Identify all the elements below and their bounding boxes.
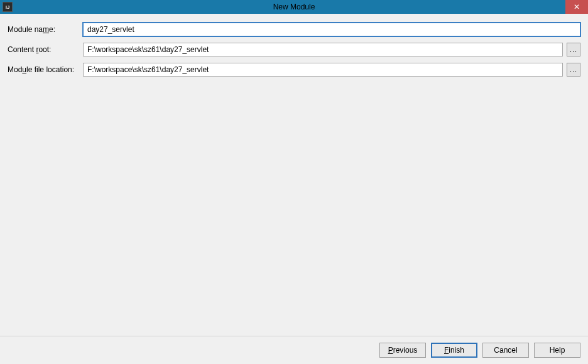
previous-button[interactable]: Previous [379,343,426,358]
content-root-row: Content root: ... [8,43,580,56]
module-name-input[interactable] [83,23,580,36]
content-root-label: Content root: [8,45,83,54]
titlebar: IJ New Module ✕ [0,0,588,14]
module-file-location-input[interactable] [83,63,563,77]
content-root-browse-button[interactable]: ... [567,43,580,56]
footer: Previous Finish Cancel Help [0,336,588,364]
finish-button[interactable]: Finish [431,343,477,358]
content-area: Module name: Content root: ... Module fi… [0,14,588,336]
cancel-button[interactable]: Cancel [482,343,529,358]
module-file-location-label: Module file location: [8,65,83,74]
module-name-label: Module name: [8,25,83,34]
close-icon: ✕ [574,3,580,11]
help-button[interactable]: Help [534,343,580,358]
app-icon: IJ [3,2,13,12]
module-file-location-browse-button[interactable]: ... [567,63,580,77]
content-spacer [8,83,580,327]
close-button[interactable]: ✕ [565,0,588,14]
window-title: New Module [273,3,315,11]
content-root-input[interactable] [83,43,563,56]
module-file-location-row: Module file location: ... [8,63,580,77]
module-name-row: Module name: [8,23,580,36]
